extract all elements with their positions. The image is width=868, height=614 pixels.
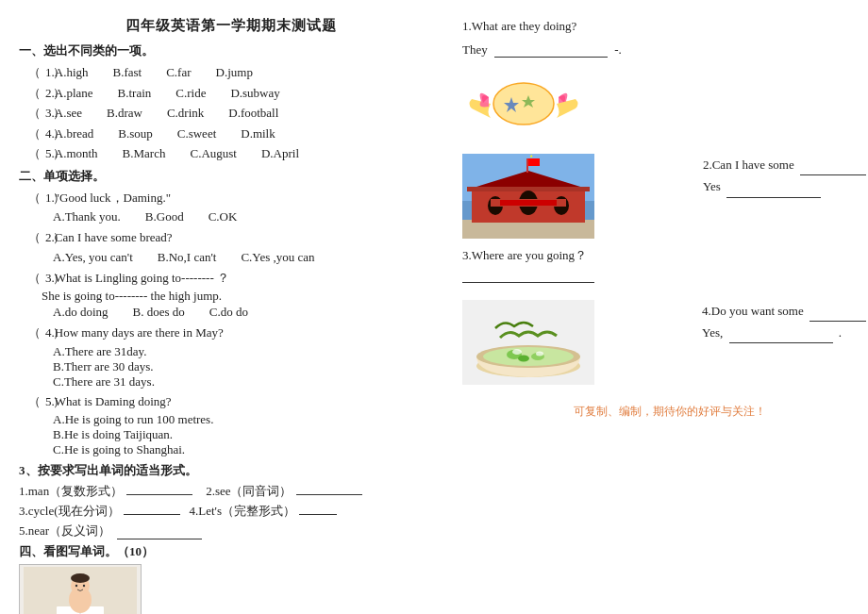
svg-rect-28: [500, 200, 557, 206]
candy-image: [462, 61, 585, 146]
section3: 3、按要求写出单词的适当形式。 1.man（复数形式） 2.see（同音词） 3…: [19, 462, 443, 539]
svg-point-8: [71, 573, 90, 583]
svg-point-37: [536, 351, 543, 356]
svg-point-35: [518, 355, 529, 361]
svg-point-10: [83, 584, 85, 586]
tiananmen-svg: [462, 154, 594, 239]
tiananmen-image: [462, 154, 594, 239]
svg-point-32: [483, 347, 574, 366]
q1-question: 1.What are they doing?: [462, 17, 868, 37]
watermark-text: 可复制、编制，期待你的好评与关注！: [462, 404, 868, 420]
list-item: （ ） 5.A.month B.March C.August D.April: [28, 144, 443, 163]
right-q2: 2.Can I have some ? Yes: [462, 154, 868, 239]
student-image-svg: [24, 567, 137, 615]
list-item: （ ） 3.A.see B.draw C.drink D.football: [28, 104, 443, 123]
svg-point-12: [493, 83, 554, 124]
candy-svg: [462, 61, 585, 146]
svg-rect-24: [526, 158, 528, 173]
list-item: （ ） 1."Good luck，Daming.": [28, 189, 443, 207]
section4-title: 四、看图写单词。（10）: [19, 543, 443, 560]
section2: 二、单项选择。 （ ） 1."Good luck，Daming." A.Than…: [19, 168, 443, 458]
section1-title: 一、选出不同类的一项。: [19, 42, 443, 59]
list-item: （ ） 4.A.bread B.soup C.sweet D.milk: [28, 124, 443, 143]
svg-point-9: [75, 584, 77, 586]
section3-title: 3、按要求写出单词的适当形式。: [19, 462, 443, 479]
page-title: 四年级英语第一学期期末测试题: [19, 17, 443, 35]
right-q4: 4.Do you want some ? Yes, .: [462, 300, 868, 385]
right-column: 1.What are they doing? They -.: [453, 17, 868, 605]
soup-svg: [462, 300, 594, 385]
student-image: [19, 564, 142, 614]
svg-rect-25: [528, 158, 540, 166]
soup-image: [462, 300, 594, 385]
section1: 一、选出不同类的一项。 （ ） 1.A.high B.fast C.far D.…: [19, 42, 443, 163]
right-q1: 1.What are they doing? They -.: [462, 17, 868, 146]
list-item: （ ） 2.A.plane B.train C.ride D.subway: [28, 84, 443, 103]
list-item: （ ） 3.What is Lingling going to-------- …: [28, 269, 443, 288]
left-column: 四年级英语第一学期期末测试题 一、选出不同类的一项。 （ ） 1.A.high …: [19, 17, 453, 605]
list-item: （ ） 1.A.high B.fast C.far D.jump: [28, 63, 443, 82]
q3-question: 3.Where are you going？: [462, 246, 868, 266]
list-item: （ ） 5.What is Daming doing?: [28, 392, 443, 411]
watermark-area: 可复制、编制，期待你的好评与关注！: [462, 404, 868, 420]
list-item: （ ） 4.How many days are there in May?: [28, 324, 443, 342]
section2-title: 二、单项选择。: [19, 168, 443, 185]
list-item: （ ） 2.Can I have some bread?: [28, 228, 443, 247]
svg-point-36: [512, 349, 522, 355]
right-q3: 3.Where are you going？: [462, 246, 868, 292]
section4: 四、看图写单词。（10）: [19, 543, 443, 614]
